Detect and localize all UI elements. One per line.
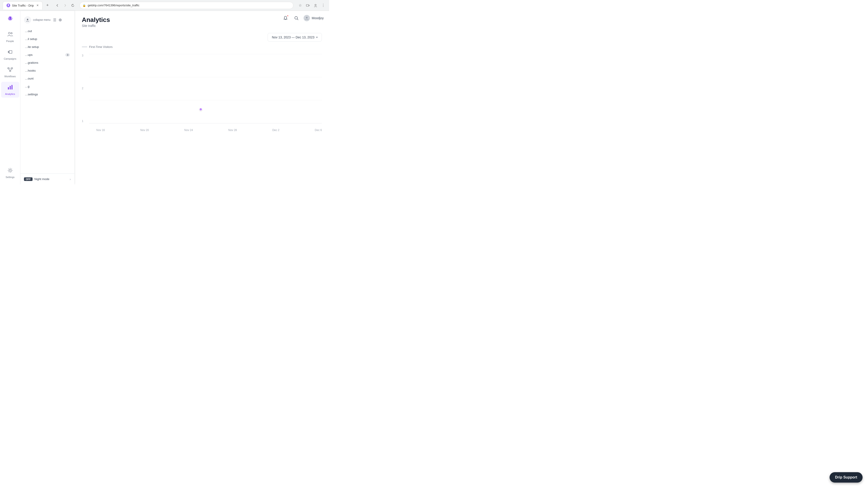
- browser-chrome: Site Traffic - Drip × + 🔒 getdrip.com/76…: [0, 0, 329, 11]
- search-button[interactable]: [293, 14, 300, 22]
- extension-button[interactable]: [305, 2, 311, 8]
- menu-item-about[interactable]: …out: [20, 27, 74, 35]
- sidebar-item-workflows[interactable]: Workflows: [1, 64, 19, 80]
- x-label-dec6: Dec 6: [315, 129, 322, 132]
- menu-item-email-setup[interactable]: …il setup: [20, 35, 74, 43]
- forward-button[interactable]: [62, 2, 68, 8]
- overlay-menu: collapse menu ☰ ⊕ …out …il setup …ite se…: [20, 11, 74, 184]
- sidebar-item-people[interactable]: People: [1, 29, 19, 45]
- menu-item-settings[interactable]: …settings: [20, 90, 74, 98]
- svg-point-17: [295, 17, 298, 19]
- more-button[interactable]: ⋮: [320, 2, 327, 8]
- data-point: [199, 108, 202, 111]
- groups-badge: 3: [65, 53, 70, 57]
- sidebar-campaigns-label: Campaigns: [4, 57, 17, 60]
- svg-point-10: [11, 68, 13, 69]
- x-label-nov24: Nov 24: [184, 129, 193, 132]
- collapse-arrow[interactable]: ⊕: [59, 18, 62, 22]
- user-profile[interactable]: Moodjoy: [304, 15, 324, 21]
- collapse-icon[interactable]: ☰: [53, 18, 56, 22]
- legend-line: [82, 46, 87, 47]
- tab-close-button[interactable]: ×: [37, 3, 39, 7]
- menu-item-groups-label: …ups: [25, 53, 33, 57]
- x-label-nov16: Nov 16: [96, 129, 105, 132]
- y-label-3: 3: [82, 54, 84, 57]
- settings-icon: [7, 167, 13, 175]
- chart-legend: First-Time Visitors: [82, 45, 322, 48]
- date-range-button[interactable]: Nov 13, 2023 — Dec 13, 2023 ▾: [268, 33, 322, 41]
- y-label-2: 2: [82, 87, 84, 90]
- page-content: Analytics Site traffic Nov 13, 2023 — De…: [74, 11, 329, 143]
- sidebar-analytics-label: Analytics: [5, 93, 15, 95]
- workflows-icon: [7, 66, 13, 74]
- svg-point-5: [11, 18, 12, 19]
- night-mode-label: Night mode: [34, 177, 49, 181]
- campaigns-icon: [7, 49, 13, 57]
- menu-item-billing-label: …g: [25, 85, 29, 88]
- sidebar-item-settings[interactable]: Settings: [1, 165, 19, 181]
- night-mode-off-button[interactable]: OFF: [24, 177, 33, 181]
- x-label-nov28: Nov 28: [228, 129, 237, 132]
- menu-item-account-label: …ount: [25, 77, 33, 80]
- menu-item-webhooks-label: …hooks: [25, 69, 36, 72]
- svg-rect-13: [10, 86, 11, 90]
- sidebar-workflows-label: Workflows: [4, 75, 16, 78]
- svg-point-9: [8, 68, 9, 69]
- date-range-label: Nov 13, 2023 — Dec 13, 2023: [272, 35, 314, 39]
- sidebar-bottom: Settings: [1, 165, 19, 181]
- svg-point-2: [315, 4, 316, 6]
- svg-point-7: [11, 33, 12, 34]
- tab-favicon: [6, 4, 10, 7]
- menu-item-account[interactable]: …ount: [20, 74, 74, 83]
- sidebar-item-analytics[interactable]: Analytics: [1, 82, 19, 98]
- svg-rect-12: [8, 87, 9, 90]
- browser-tab[interactable]: Site Traffic - Drip ×: [3, 1, 42, 9]
- x-label-nov20: Nov 20: [141, 129, 149, 132]
- bottom-bar: OFF Night mode ›: [20, 173, 74, 184]
- svg-point-4: [8, 18, 9, 19]
- menu-item-integrations[interactable]: …grations: [20, 59, 74, 67]
- sidebar-item-campaigns[interactable]: Campaigns: [1, 46, 19, 62]
- sidebar-settings-label: Settings: [6, 176, 15, 178]
- new-tab-button[interactable]: +: [44, 2, 51, 8]
- scroll-right-icon[interactable]: ›: [70, 177, 71, 181]
- analytics-icon: [7, 84, 13, 92]
- menu-item-email-setup-label: …il setup: [25, 37, 37, 41]
- address-bar[interactable]: 🔒 getdrip.com/7641396/reports/site_traff…: [80, 2, 293, 9]
- svg-point-8: [8, 52, 9, 53]
- browser-nav: [54, 2, 76, 8]
- svg-point-16: [27, 19, 28, 20]
- svg-rect-1: [306, 4, 309, 6]
- svg-rect-14: [11, 85, 12, 90]
- menu-item-groups[interactable]: …ups 3: [20, 51, 74, 59]
- grid-line-3: [89, 54, 322, 54]
- legend-label: First-Time Visitors: [89, 45, 113, 48]
- menu-item-integrations-label: …grations: [25, 61, 38, 64]
- date-range-chevron: ▾: [316, 36, 318, 39]
- people-icon: [7, 31, 13, 39]
- chart-wrapper: 3 2 1 Nov 16 Nov 20 Nov 24 Nov 28 Dec: [89, 52, 322, 138]
- bookmark-button[interactable]: ☆: [297, 2, 303, 8]
- menu-header-icon: [24, 16, 31, 24]
- grid-line-1: [89, 100, 322, 100]
- menu-item-billing[interactable]: …g: [20, 83, 74, 90]
- menu-item-settings-label: …settings: [25, 93, 38, 96]
- x-label-dec2: Dec 2: [272, 129, 279, 132]
- profile-button[interactable]: [312, 2, 319, 8]
- lock-icon: 🔒: [83, 4, 86, 7]
- notification-dot: [287, 15, 289, 17]
- night-mode-toggle[interactable]: OFF Night mode: [24, 177, 49, 181]
- collapse-menu-button[interactable]: collapse menu: [33, 18, 51, 22]
- back-button[interactable]: [54, 2, 61, 8]
- refresh-button[interactable]: [70, 2, 76, 8]
- svg-point-6: [8, 32, 10, 34]
- svg-point-18: [306, 17, 308, 19]
- top-header: Moodjoy: [276, 11, 329, 25]
- app-logo[interactable]: [5, 14, 16, 25]
- menu-item-webhooks[interactable]: …hooks: [20, 67, 74, 74]
- avatar: [304, 15, 310, 21]
- menu-item-site-setup-label: …ite setup: [25, 45, 39, 48]
- svg-point-15: [9, 169, 11, 171]
- notification-button[interactable]: [282, 14, 289, 22]
- menu-item-site-setup[interactable]: …ite setup: [20, 43, 74, 51]
